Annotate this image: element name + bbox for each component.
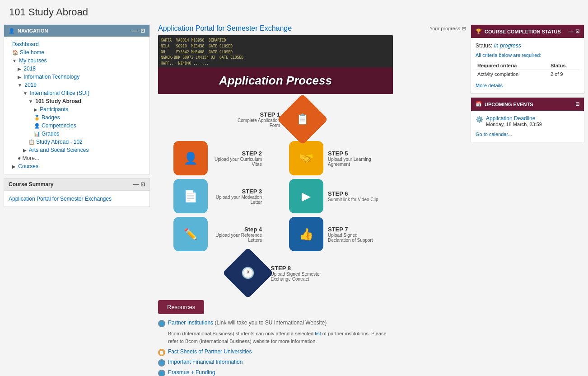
- completion-collapse-icon[interactable]: —: [569, 29, 574, 34]
- nav-arts-social-sciences[interactable]: ▶ Arts and Social Sciences: [4, 146, 149, 154]
- resource-item-erasmus: 🌐 Erasmus + Funding: [158, 369, 393, 376]
- steps-container: STEP 1 Complete ApplicationForm 📋 STEP 2…: [158, 101, 393, 291]
- calendar-header-icon: 📅: [476, 101, 482, 107]
- orange-icon-fact: 📄: [158, 349, 165, 356]
- nav-site-home[interactable]: 🏠Site home: [4, 48, 149, 56]
- events-header: 📅 Upcoming Events ⊡: [471, 98, 584, 111]
- nav-settings-icon[interactable]: ⊡: [140, 28, 145, 34]
- completion-block: 🏆 Course Completion Status — ⊡ Status: I…: [471, 24, 584, 94]
- step5-text: STEP 5 Upload your LearningAgreement: [328, 150, 378, 167]
- completion-header-label: Course Completion Status: [485, 29, 561, 34]
- step2-text: STEP 2 Upload your CurriculumVitae: [212, 150, 262, 167]
- course-summary-collapse-icon[interactable]: —: [133, 181, 139, 188]
- step7-icon[interactable]: 👍: [289, 217, 323, 251]
- step1-item: STEP 1 Complete ApplicationForm 📋: [230, 101, 321, 137]
- resource-item-fact: 📄 Fact Sheets of Partner Universities: [158, 348, 393, 356]
- step3-item: STEP 3 Upload your MotivationLetter 📄: [158, 179, 262, 213]
- nav-courses[interactable]: ▶ Courses: [4, 162, 149, 170]
- erasmus-link[interactable]: Erasmus + Funding: [168, 369, 215, 376]
- completion-settings-icon[interactable]: ⊡: [575, 28, 579, 34]
- navigation-header: 👤 Navigation — ⊡: [4, 25, 149, 37]
- completion-content: Status: In progress All criteria below a…: [471, 38, 584, 93]
- event-date: Monday, 18 March, 23:59: [486, 122, 542, 127]
- nav-more[interactable]: ● More...: [4, 154, 149, 162]
- partner-note: Bcom (International Business) students c…: [168, 330, 393, 345]
- right-sidebar: 🏆 Course Completion Status — ⊡ Status: I…: [471, 24, 588, 376]
- resources-button[interactable]: Resources: [158, 300, 204, 314]
- go-to-calendar-link[interactable]: Go to calendar...: [476, 132, 512, 137]
- step3-icon[interactable]: 📄: [173, 179, 208, 213]
- step7-text: STEP 7 Upload SignedDeclaration of Suppo…: [328, 226, 378, 243]
- nav-101-study-abroad: ▼ 101 Study Abroad: [4, 97, 149, 105]
- step7-item: 👍 STEP 7 Upload SignedDeclaration of Sup…: [289, 217, 393, 251]
- status-label: Status:: [476, 42, 492, 49]
- your-progress-label: Your progress: [429, 26, 460, 31]
- events-settings-icon[interactable]: ⊡: [575, 101, 579, 107]
- status-line: Status: In progress: [476, 42, 579, 49]
- nav-dashboard[interactable]: Dashboard: [4, 40, 149, 48]
- step2-icon[interactable]: 👤: [173, 141, 208, 175]
- completion-header: 🏆 Course Completion Status — ⊡: [471, 25, 584, 38]
- financial-info-link[interactable]: Important Financial Information: [168, 359, 243, 365]
- portal-title: Application Portal for Semester Exchange: [158, 24, 292, 33]
- step4-item: Step 4 Upload your ReferenceLetters ✏️: [158, 217, 262, 251]
- step8-text: STEP 8 Upload Signed SemesterExchange Co…: [271, 265, 321, 282]
- nav-study-abroad-102[interactable]: 📋Study Abroad - 102: [4, 138, 149, 146]
- nav-collapse-icon[interactable]: —: [132, 28, 138, 34]
- fact-sheets-link[interactable]: Fact Sheets of Partner Universities: [168, 348, 252, 355]
- events-block: 📅 Upcoming Events ⊡ ⚙️ Application Deadl…: [471, 97, 584, 142]
- resources-section: Resources 🌐 Partner Institutions (Link w…: [158, 300, 393, 376]
- page-title: 101 Study Abroad: [0, 0, 588, 24]
- course-summary-block: Course Summary — ⊡ Application Portal fo…: [4, 178, 150, 207]
- globe-icon-financial: 🌐: [158, 359, 165, 367]
- left-sidebar: 👤 Navigation — ⊡ Dashboard 🏠Site home ▼ …: [0, 24, 154, 376]
- step6-icon[interactable]: ▶: [289, 179, 323, 213]
- person-icon: 👤: [9, 28, 15, 34]
- navigation-label: Navigation: [18, 28, 48, 33]
- progress-icon: ⊞: [462, 26, 466, 32]
- criteria-cell: Activity completion: [476, 70, 549, 79]
- event-title-link[interactable]: Application Deadline: [486, 115, 535, 122]
- step5-icon[interactable]: 🤝: [289, 141, 323, 175]
- portal-header: Application Portal for Semester Exchange…: [158, 24, 466, 33]
- step6-item: ▶ STEP 6 Submit link for Video Clip: [289, 179, 393, 213]
- nav-participants[interactable]: ▶ Participants: [4, 105, 149, 113]
- step8-item: 🕐 STEP 8 Upload Signed SemesterExchange …: [230, 255, 321, 291]
- more-details-link[interactable]: More details: [476, 83, 503, 88]
- nav-grades[interactable]: 📊Grades: [4, 130, 149, 138]
- nav-information-technology[interactable]: ▶ Information Technology: [4, 73, 149, 81]
- criteria-table: Required criteria Status Activity comple…: [476, 61, 579, 78]
- nav-2019[interactable]: ▼ 2019: [4, 81, 149, 89]
- course-summary-settings-icon[interactable]: ⊡: [140, 181, 145, 188]
- completion-icon: 🏆: [476, 28, 482, 34]
- app-process-title: Application Process: [219, 74, 332, 87]
- status-col-header: Status: [549, 61, 579, 70]
- step8-icon[interactable]: 🕐: [223, 247, 274, 298]
- list-link[interactable]: list: [315, 331, 321, 336]
- course-summary-label: Course Summary: [9, 181, 53, 188]
- your-progress: Your progress ⊞: [429, 26, 466, 32]
- criteria-note: All criteria below are required:: [476, 52, 579, 58]
- globe-icon-erasmus: 🌐: [158, 370, 165, 376]
- criteria-row: Activity completion 2 of 9: [476, 70, 579, 79]
- step1-text: STEP 1 Complete ApplicationForm: [230, 111, 280, 128]
- nav-2018[interactable]: ▶ 2018: [4, 65, 149, 73]
- step4-text: Step 4 Upload your ReferenceLetters: [212, 226, 262, 243]
- main-content: Application Portal for Semester Exchange…: [154, 24, 471, 376]
- step6-text: STEP 6 Submit link for Video Clip: [328, 190, 378, 202]
- app-process-banner: KARTA VA8014 M18958 DEPARTED NILA S0910 …: [158, 35, 393, 94]
- nav-badges[interactable]: 🏅Badges: [4, 113, 149, 122]
- resource-item-partner: 🌐 Partner Institutions (Link will take y…: [158, 320, 393, 327]
- status-value: In progress: [494, 42, 521, 49]
- nav-international-office[interactable]: ▼ International Office (SUI): [4, 89, 149, 97]
- resource-item-financial: 🌐 Important Financial Information: [158, 359, 393, 367]
- partner-institutions-link[interactable]: Partner Institutions (Link will take you…: [168, 320, 327, 326]
- navigation-block: 👤 Navigation — ⊡ Dashboard 🏠Site home ▼ …: [4, 24, 150, 174]
- course-summary-link[interactable]: Application Portal for Semester Exchange…: [9, 196, 112, 202]
- status-cell: 2 of 9: [549, 70, 579, 79]
- step1-icon[interactable]: 📋: [277, 94, 328, 145]
- step4-icon[interactable]: ✏️: [173, 217, 208, 251]
- events-header-label: Upcoming Events: [485, 102, 533, 107]
- nav-my-courses[interactable]: ▼ My courses: [4, 56, 149, 65]
- nav-competencies[interactable]: 👤Competencies: [4, 122, 149, 130]
